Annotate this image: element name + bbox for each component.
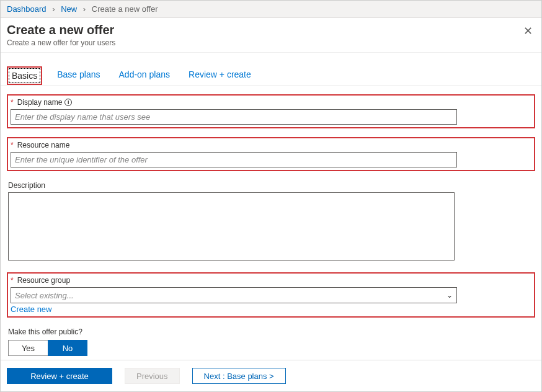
create-new-link[interactable]: Create new (11, 305, 51, 314)
footer-actions: Review + create Previous Next : Base pla… (1, 360, 541, 391)
breadcrumb-new[interactable]: New (61, 4, 77, 14)
tab-basics[interactable]: Basics (7, 66, 42, 85)
page-subtitle: Create a new offer for your users (7, 38, 115, 47)
previous-button: Previous (125, 368, 180, 384)
tab-base-plans[interactable]: Base plans (53, 66, 104, 85)
page-title: Create a new offer (7, 23, 115, 37)
breadcrumb-dashboard[interactable]: Dashboard (7, 4, 47, 14)
display-name-input[interactable] (11, 109, 457, 125)
tabs: Basics Base plans Add-on plans Review + … (1, 53, 541, 86)
resource-group-label: Resource group (17, 276, 70, 285)
tab-addon-plans[interactable]: Add-on plans (115, 66, 174, 85)
info-icon[interactable]: i (64, 99, 72, 106)
field-display-name: * Display name i (7, 94, 535, 128)
required-indicator: * (11, 141, 14, 149)
description-label: Description (8, 181, 45, 190)
tab-review-create[interactable]: Review + create (185, 66, 255, 85)
form-basics: * Display name i * Resource name Descrip… (1, 86, 541, 372)
public-no-button[interactable]: No (48, 340, 87, 356)
description-input[interactable] (8, 192, 455, 261)
chevron-down-icon: ⌄ (446, 291, 453, 300)
field-description: Description (7, 180, 535, 264)
close-icon[interactable]: ✕ (521, 23, 535, 39)
field-resource-group: * Resource group Select existing... ⌄ Cr… (7, 272, 535, 318)
resource-name-input[interactable] (11, 152, 457, 167)
resource-group-placeholder: Select existing... (15, 291, 74, 300)
required-indicator: * (11, 276, 14, 285)
page-header: Create a new offer Create a new offer fo… (1, 18, 541, 53)
public-toggle: Yes No (8, 340, 534, 356)
field-public: Make this offer public? Yes No (7, 326, 535, 357)
resource-group-select[interactable]: Select existing... ⌄ (11, 287, 457, 303)
next-button[interactable]: Next : Base plans > (192, 368, 286, 384)
public-label: Make this offer public? (8, 327, 82, 336)
public-yes-button[interactable]: Yes (8, 340, 48, 356)
field-resource-name: * Resource name (7, 137, 535, 171)
chevron-right-icon: › (83, 4, 86, 14)
chevron-right-icon: › (52, 4, 55, 14)
display-name-label: Display name (17, 98, 63, 107)
breadcrumb: Dashboard › New › Create a new offer (1, 1, 541, 18)
breadcrumb-current: Create a new offer (92, 4, 158, 14)
resource-name-label: Resource name (17, 141, 70, 149)
required-indicator: * (11, 98, 14, 107)
review-create-button[interactable]: Review + create (7, 368, 112, 384)
